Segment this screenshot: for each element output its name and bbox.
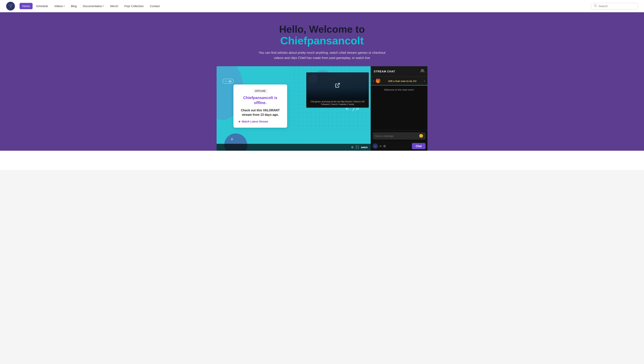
video-thumbnail (306, 72, 369, 99)
svg-rect-5 (223, 79, 234, 84)
next-arrow-icon[interactable]: › (424, 79, 425, 83)
nav-schedule[interactable]: Schedule (33, 3, 51, 9)
nav-blog[interactable]: Blog (68, 3, 79, 9)
page-bottom (0, 151, 644, 170)
watch-latest-button[interactable]: ▶ Watch Latest Stream (239, 120, 282, 123)
navbar: CHIEF ⊕⊕ Home Schedule Videos ▾ Blog Doc… (0, 0, 644, 12)
svg-point-13 (421, 70, 423, 71)
nav-contact[interactable]: Contact (147, 3, 162, 9)
footer-gear-icon[interactable]: ⚙ (383, 144, 386, 148)
chat-users-icon[interactable] (420, 69, 424, 74)
footer-logo: CHIEF (372, 143, 378, 149)
chat-button[interactable]: Chat (412, 143, 426, 149)
chat-input-row: 😊 (372, 132, 426, 140)
twitch-logo: twitch (361, 146, 368, 149)
gamepad-icon (222, 76, 234, 87)
videos-chevron-icon: ▾ (64, 5, 65, 7)
stream-left-panel: + + < /> (216, 66, 371, 151)
nav-documentation[interactable]: Documentation ▾ (80, 3, 107, 9)
hero-subtitle: You can find articles about pretty much … (257, 50, 387, 61)
stream-video: Chill games, and trying out the new Map … (306, 72, 369, 108)
hero-title-brand: Chiefpansancolt (8, 35, 636, 47)
chat-input-area: 😊 (371, 130, 428, 141)
svg-text:CHIEF: CHIEF (374, 146, 376, 147)
stream-controls: ⚙ twitch (216, 144, 371, 151)
external-link-icon[interactable] (335, 83, 340, 89)
chat-footer: CHIEF ∞ ⚙ Chat (371, 141, 428, 151)
stream-container: + + < /> (216, 66, 428, 151)
fullscreen-icon[interactable] (356, 146, 358, 149)
svg-line-4 (596, 6, 597, 7)
svg-text:CHIEF: CHIEF (8, 5, 13, 6)
gift-icon: 🎁 (376, 79, 381, 84)
svg-point-0 (8, 3, 14, 9)
chat-title: STREAM CHAT (374, 70, 395, 73)
stream-section: + + < /> (8, 61, 636, 151)
play-icon: ▶ (239, 120, 240, 123)
svg-point-8 (230, 80, 230, 81)
chat-panel: STREAM CHAT ‹ 🎁 Gift a Sub now to be #1! (371, 66, 428, 151)
sub-banner: ‹ 🎁 Gift a Sub now to be #1! › (371, 77, 428, 86)
nav-links: Home Schedule Videos ▾ Blog Documentatio… (20, 3, 591, 9)
documentation-chevron-icon: ▾ (103, 5, 104, 7)
offline-title: Chiefpansancolt is offline. (239, 95, 282, 105)
chat-message-input[interactable] (375, 135, 418, 137)
svg-line-12 (337, 83, 340, 86)
nav-videos[interactable]: Videos ▾ (52, 3, 68, 9)
offline-badge: OFFLINE (253, 89, 268, 93)
nav-merch[interactable]: Merch (108, 3, 121, 9)
video-caption: Chill games, and trying out the new Map … (306, 99, 369, 107)
search-bar[interactable] (591, 3, 638, 10)
nav-home[interactable]: Home (20, 3, 32, 9)
hero-section: Hello, Welcome to Chiefpansancolt You ca… (0, 12, 644, 151)
chat-messages: Welcome to the chat room! (371, 86, 428, 130)
svg-point-11 (230, 82, 230, 83)
search-icon (594, 4, 597, 8)
infinity-icon: ∞ (380, 144, 382, 148)
offline-body: Check out this VALORANT stream from 13 d… (239, 108, 282, 117)
site-logo[interactable]: CHIEF ⊕⊕ (6, 2, 15, 11)
hero-title-top: Hello, Welcome to (8, 24, 636, 35)
settings-icon[interactable]: ⚙ (351, 146, 354, 149)
sub-text: Gift a Sub now to be #1! (382, 80, 422, 83)
offline-username: Chiefpansancolt (243, 96, 273, 100)
svg-point-9 (231, 81, 232, 82)
deco-plus-bottom: + (230, 136, 234, 142)
svg-point-3 (594, 5, 596, 6)
search-input[interactable] (598, 5, 635, 8)
chat-header: STREAM CHAT (371, 66, 428, 77)
emoji-icon[interactable]: 😊 (419, 134, 423, 138)
chat-footer-left: CHIEF ∞ ⚙ (372, 143, 386, 149)
svg-text:⊕⊕: ⊕⊕ (10, 6, 12, 8)
prev-arrow-icon[interactable]: ‹ (373, 79, 374, 83)
chat-welcome-message: Welcome to the chat room! (384, 88, 414, 91)
svg-point-10 (228, 81, 229, 82)
nav-pop-collection[interactable]: Pop! Collection (122, 3, 146, 9)
offline-card: OFFLINE Chiefpansancolt is offline. Chec… (234, 84, 287, 128)
